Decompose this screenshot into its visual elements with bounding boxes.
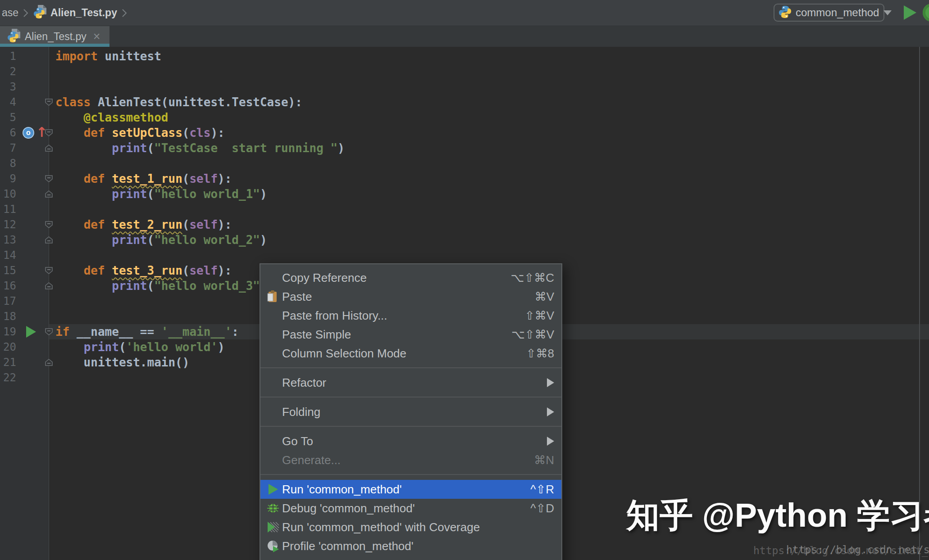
python-icon (779, 6, 791, 20)
line-number: 11 (0, 202, 16, 217)
menu-item-label: Run 'common_method' (282, 483, 522, 497)
line-number: 14 (0, 248, 16, 263)
gutter-run-icon[interactable] (26, 326, 36, 338)
fold-end-icon[interactable] (45, 359, 53, 366)
menu-item-debug-common-method[interactable]: Debug 'common_method'^⇧D (260, 499, 561, 518)
menu-item-profile-common-method[interactable]: Profile 'common_method' (260, 537, 561, 555)
line-number: 16 (0, 278, 16, 294)
fold-end-icon[interactable] (45, 236, 53, 244)
breadcrumb-bar: ase Alien_Test.py common_method (0, 0, 929, 26)
menu-item-go-to[interactable]: Go To (260, 432, 561, 451)
code-line: print("hello world_1") (55, 186, 267, 202)
line-number: 10 (0, 186, 16, 202)
menu-icon-slot (264, 376, 282, 389)
menu-item-paste-from-history[interactable]: Paste from History...⇧⌘V (260, 306, 561, 325)
gutter-separator (49, 47, 49, 560)
menu-item-paste-simple[interactable]: Paste Simple⌥⇧⌘V (260, 325, 561, 344)
breadcrumb: ase Alien_Test.py (0, 5, 128, 22)
menu-icon-slot (264, 347, 282, 360)
line-number: 17 (0, 294, 16, 309)
code-line: import unittest (55, 49, 161, 64)
chevron-right-icon (122, 9, 128, 18)
line-number: 20 (0, 339, 16, 355)
menu-item-label: Debug 'common_method' (282, 501, 522, 515)
menu-item-copy-reference[interactable]: Copy Reference⌥⇧⌘C (260, 268, 561, 287)
code-line: def setUpClass(cls): (55, 125, 225, 140)
menu-item-shortcut: ⌥⇧⌘C (510, 271, 554, 285)
menu-item-folding[interactable]: Folding (260, 402, 561, 421)
submenu-arrow-icon (547, 437, 554, 446)
overriding-method-icon[interactable]: o (23, 127, 34, 139)
run-configuration-label: common_method (796, 6, 879, 19)
python-file-icon (7, 28, 21, 45)
watermark-url: https://blog.csdn.net/sinat_38682860 (786, 544, 929, 555)
paste-icon (264, 290, 282, 303)
override-up-arrow-icon: ↑ (36, 126, 47, 139)
menu-item-run-common-method-with-coverage[interactable]: Run 'common_method' with Coverage (260, 518, 561, 537)
line-number: 18 (0, 309, 16, 324)
menu-item-label: Paste (282, 290, 527, 304)
fold-collapse-icon[interactable] (45, 175, 53, 182)
code-line: print("hello world_3") (55, 278, 267, 294)
fold-end-icon[interactable] (45, 282, 53, 289)
line-number: 3 (0, 79, 16, 95)
menu-item-column-selection-mode[interactable]: Column Selection Mode⇧⌘8 (260, 344, 561, 363)
chevron-right-icon (23, 9, 29, 18)
menu-item-label: Refactor (282, 376, 539, 390)
line-number: 15 (0, 263, 16, 278)
menu-item-label: Column Selection Mode (282, 347, 518, 361)
menu-item-shortcut: ^⇧R (530, 483, 554, 497)
breadcrumb-file[interactable]: Alien_Test.py (33, 5, 117, 22)
menu-item-shortcut: ⌥⇧⌘V (511, 328, 554, 342)
menu-item-label: Run 'common_method' with Coverage (282, 520, 554, 534)
fold-collapse-icon[interactable] (45, 99, 53, 106)
fold-end-icon[interactable] (45, 190, 53, 198)
run-icon (264, 483, 282, 496)
fold-end-icon[interactable] (45, 145, 53, 152)
editor-context-menu: Copy Reference⌥⇧⌘CPaste⌘VPaste from Hist… (260, 263, 562, 560)
menu-separator (260, 421, 561, 432)
fold-collapse-icon[interactable] (45, 328, 53, 335)
editor-scrollbar[interactable] (919, 47, 920, 560)
menu-item-label: Folding (282, 405, 539, 419)
menu-separator (260, 363, 561, 373)
line-number: 21 (0, 355, 16, 370)
line-number: 2 (0, 64, 16, 79)
menu-icon-slot (264, 453, 282, 467)
menu-item-shortcut: ⇧⌘V (525, 309, 554, 323)
submenu-arrow-icon (547, 378, 554, 387)
close-icon[interactable]: × (93, 32, 100, 41)
breadcrumb-parent[interactable]: ase (2, 7, 18, 19)
menu-item-refactor[interactable]: Refactor (260, 373, 561, 392)
menu-item-shortcut: ⌘V (535, 290, 554, 304)
line-number: 7 (0, 140, 16, 156)
fold-collapse-icon[interactable] (45, 221, 53, 228)
run-button[interactable] (904, 5, 916, 20)
code-line: print("hello world_2") (55, 232, 267, 248)
menu-item-paste[interactable]: Paste⌘V (260, 287, 561, 306)
tab-label: Alien_Test.py (25, 31, 87, 43)
menu-item-label: Copy Reference (282, 271, 502, 285)
line-number: 4 (0, 95, 16, 110)
active-tab-underline (0, 44, 109, 47)
menu-item-generate[interactable]: Generate...⌘N (260, 451, 561, 470)
run-configuration-select[interactable]: common_method (774, 4, 884, 22)
menu-item-label: Go To (282, 434, 539, 448)
fold-collapse-icon[interactable] (45, 267, 53, 274)
chevron-down-icon (883, 10, 892, 15)
code-line: def test_1_run(self): (55, 171, 232, 186)
menu-icon-slot (264, 434, 282, 448)
code-line: class AlienTest(unittest.TestCase): (55, 95, 302, 110)
debug-button[interactable] (923, 4, 929, 22)
menu-item-run-common-method[interactable]: Run 'common_method'^⇧R (260, 480, 561, 499)
code-line: def test_3_run(self): (55, 263, 232, 278)
debug-icon (264, 501, 282, 515)
line-number: 12 (0, 217, 16, 232)
menu-item-label: Profile 'common_method' (282, 539, 554, 553)
menu-icon-slot (264, 405, 282, 419)
code-line: if __name__ == '__main__': (55, 324, 239, 339)
menu-separator (260, 392, 561, 402)
menu-item-shortcut: ^⇧D (530, 501, 554, 515)
menu-item-label: Paste from History... (282, 309, 517, 323)
code-line: def test_2_run(self): (55, 217, 232, 232)
